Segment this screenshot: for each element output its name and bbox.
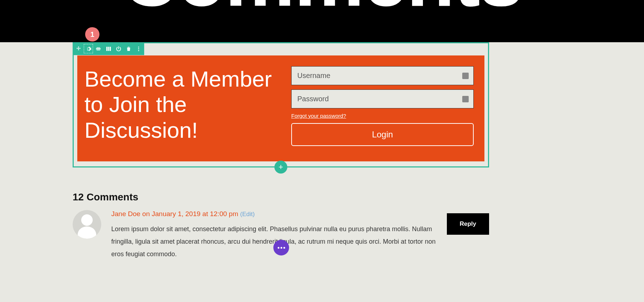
page-title: Comments <box>122 0 523 18</box>
login-form: Forgot your password? Login <box>291 66 474 151</box>
columns-icon[interactable] <box>103 44 113 54</box>
svg-point-1 <box>138 48 139 49</box>
password-manager-icon[interactable] <box>462 73 469 79</box>
login-module: Become a Member to Join the Discussion! … <box>73 42 489 167</box>
comment-author[interactable]: Jane Doe <box>111 210 140 218</box>
module-toolbar <box>73 42 144 55</box>
move-icon[interactable] <box>73 44 83 54</box>
duplicate-icon[interactable] <box>93 44 103 54</box>
svg-point-3 <box>81 214 93 226</box>
edit-link[interactable]: (Edit) <box>240 211 255 218</box>
fab-more-button[interactable] <box>273 240 289 255</box>
comments-title: 12 Comments <box>73 191 489 203</box>
comment-date: January 1, 2019 at 12:00 pm <box>152 210 238 218</box>
username-input[interactable] <box>291 66 474 85</box>
add-row-button[interactable]: + <box>274 161 287 174</box>
comment-date-prefix: on <box>140 210 152 218</box>
gear-icon[interactable] <box>83 44 93 54</box>
callout-badge-1: 1 <box>85 27 99 42</box>
reply-button[interactable]: Reply <box>447 213 489 235</box>
svg-point-2 <box>138 50 139 51</box>
dot-icon <box>280 247 282 249</box>
dot-icon <box>283 247 285 249</box>
password-manager-icon[interactable] <box>462 96 469 102</box>
comment-meta: Jane Doe on January 1, 2019 at 12:00 pm … <box>111 210 443 218</box>
login-button[interactable]: Login <box>291 123 474 146</box>
trash-icon[interactable] <box>123 44 133 54</box>
cta-box: Become a Member to Join the Discussion! … <box>77 55 484 161</box>
password-input[interactable] <box>291 89 474 108</box>
power-icon[interactable] <box>113 44 123 54</box>
more-icon[interactable] <box>133 44 143 54</box>
svg-point-0 <box>138 47 139 48</box>
avatar <box>73 210 101 239</box>
comment-body: Jane Doe on January 1, 2019 at 12:00 pm … <box>111 210 489 260</box>
cta-heading: Become a Member to Join the Discussion! <box>84 66 280 151</box>
forgot-password-link[interactable]: Forgot your password? <box>291 113 346 119</box>
dot-icon <box>278 247 279 249</box>
